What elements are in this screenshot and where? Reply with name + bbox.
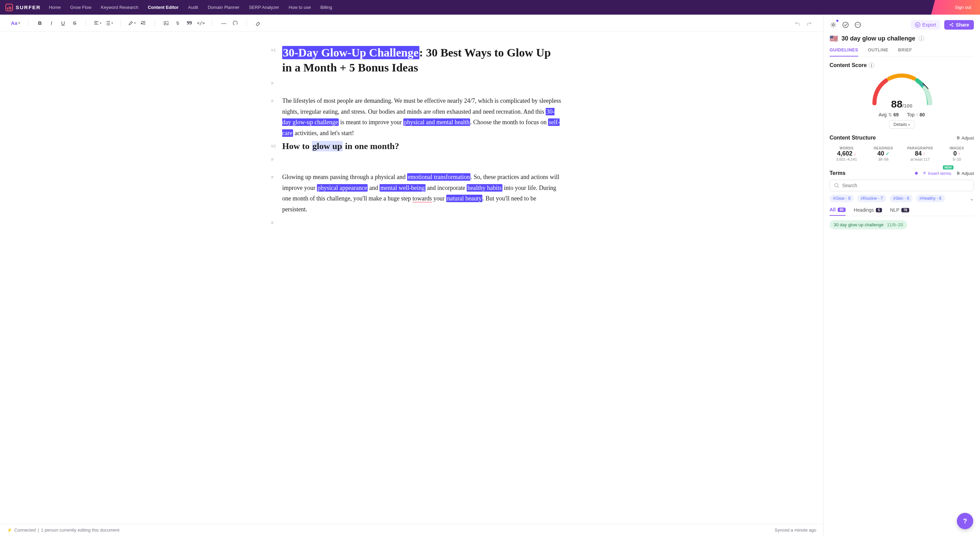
logo-icon — [5, 4, 13, 11]
indent-button[interactable] — [138, 18, 148, 28]
term-pill[interactable]: 30 day glow up challenge11/9–20 — [830, 220, 907, 229]
link-button[interactable] — [173, 18, 183, 28]
search-icon — [834, 183, 839, 188]
score-gauge: 88/100 Avg ⇅ 69 Top ↑ 80 Details ▾ — [830, 71, 974, 129]
adjust-terms-button[interactable]: Adjust — [956, 171, 974, 176]
clear-format-button[interactable] — [230, 18, 240, 28]
hash-pill[interactable]: #Routine - 7 — [857, 195, 886, 202]
content-structure-header: Content Structure Adjust — [830, 135, 974, 141]
info-icon[interactable]: i — [869, 63, 874, 68]
signout-button[interactable]: Sign out — [951, 3, 975, 12]
check-circle-icon[interactable] — [842, 21, 849, 29]
info-icon[interactable]: i — [919, 36, 924, 41]
tab-guidelines[interactable]: GUIDELINES — [830, 47, 858, 57]
share-button[interactable]: Share — [944, 20, 974, 30]
adjust-structure-button[interactable]: Adjust — [956, 135, 974, 140]
text-style-dropdown[interactable]: Aa▾ — [9, 20, 22, 26]
logo[interactable]: SURFER — [5, 4, 41, 11]
quote-button[interactable]: 99 — [184, 18, 194, 28]
svg-point-5 — [856, 24, 857, 25]
top-nav: SURFER Home Grow Flow Keyword Research C… — [0, 0, 980, 14]
paragraph-block[interactable]: p — [282, 218, 561, 226]
term-pill-row: 30 day glow up challenge11/9–20 — [830, 220, 974, 229]
nav-audit[interactable]: Audit — [188, 5, 199, 10]
svg-point-2 — [832, 24, 834, 26]
details-button[interactable]: Details ▾ — [889, 120, 914, 129]
tab-brief[interactable]: BRIEF — [898, 47, 912, 57]
paragraph-block[interactable]: p — [282, 78, 561, 86]
align-button[interactable]: ▾ — [92, 18, 102, 28]
export-button[interactable]: Export — [911, 20, 940, 30]
heading-2-block[interactable]: h2 How to glow up in one month? — [282, 141, 561, 151]
nav-keyword-research[interactable]: Keyword Research — [101, 5, 138, 10]
formatting-toolbar: Aa▾ B I U S ▾ ▾ — [0, 14, 823, 32]
synced-label: Synced a minute ago — [775, 528, 816, 533]
editor-pane: Aa▾ B I U S ▾ ▾ — [0, 14, 823, 536]
connected-label: Connected — [14, 528, 36, 533]
nav-billing[interactable]: Billing — [320, 5, 332, 10]
block-tag: h1 — [271, 48, 276, 52]
hash-pill[interactable]: #Skin - 6 — [890, 195, 913, 202]
sparkle-icon — [923, 171, 927, 175]
highlight-button[interactable]: ▾ — [127, 18, 137, 28]
svg-point-6 — [858, 24, 858, 25]
help-button[interactable]: ? — [957, 513, 973, 529]
undo-button[interactable] — [792, 18, 803, 28]
eraser-button[interactable] — [253, 18, 263, 28]
main: Aa▾ B I U S ▾ ▾ — [0, 14, 980, 536]
svg-point-11 — [952, 25, 953, 27]
code-button[interactable]: </> — [196, 18, 206, 28]
content-score-title: Content Score i — [830, 62, 974, 68]
structure-grid: WORDS 4,602↓ 3,601–4,141 HEADINGS 40✓ 38… — [830, 144, 974, 163]
settings-icon[interactable] — [830, 21, 837, 29]
brand-text: SURFER — [16, 5, 41, 10]
paragraph-block[interactable]: p Glowing up means passing through a phy… — [282, 172, 561, 215]
nav-grow-flow[interactable]: Grow Flow — [70, 5, 91, 10]
paragraph-block[interactable]: p — [282, 154, 561, 162]
redo-button[interactable] — [804, 18, 814, 28]
block-tag: p — [271, 157, 274, 161]
side-pane: Export Share 🇺🇸 30 day glow up challenge… — [823, 14, 980, 536]
structure-words: WORDS 4,602↓ 3,601–4,141 — [830, 144, 864, 163]
svg-rect-0 — [164, 21, 168, 25]
tab-outline[interactable]: OUTLINE — [868, 47, 888, 57]
status-bar: ⚡ Connected | 1 person currently editing… — [0, 524, 823, 536]
nav-domain-planner[interactable]: Domain Planner — [208, 5, 239, 10]
nav-serp-analyzer[interactable]: SERP Analyzer — [249, 5, 279, 10]
chevron-down-icon[interactable]: ⌄ — [969, 196, 974, 202]
more-icon[interactable] — [854, 21, 862, 29]
italic-button[interactable]: I — [46, 18, 57, 28]
term-tab-all[interactable]: All80 — [830, 207, 846, 216]
underline-button[interactable]: U — [58, 18, 68, 28]
hash-pill[interactable]: #Healthy - 6 — [916, 195, 945, 202]
wordpress-icon — [915, 22, 920, 27]
terms-search-input[interactable] — [842, 183, 969, 188]
svg-point-3 — [843, 22, 848, 27]
structure-paragraphs: PARAGRAPHS 84↑ at least 117 — [903, 144, 937, 163]
nav-home[interactable]: Home — [49, 5, 61, 10]
document-scroll[interactable]: h1 30-Day Glow-Up Challenge: 30 Best Way… — [0, 32, 823, 524]
terms-search-box[interactable] — [830, 180, 974, 191]
query-row: 🇺🇸 30 day glow up challenge i — [830, 34, 974, 43]
query-text: 30 day glow up challenge — [842, 35, 915, 42]
list-button[interactable]: ▾ — [104, 18, 114, 28]
term-tab-headings[interactable]: Headings5 — [854, 207, 882, 216]
insert-terms-button[interactable]: NEW Insert terms — [923, 171, 951, 176]
svg-point-10 — [952, 23, 953, 24]
nav-content-editor[interactable]: Content Editor — [148, 5, 178, 10]
nav-right: Sign out — [951, 3, 975, 12]
image-button[interactable] — [161, 18, 171, 28]
block-tag: h2 — [271, 144, 276, 148]
paragraph-block[interactable]: p The lifestyles of most people are dema… — [282, 95, 561, 138]
block-tag: p — [271, 220, 274, 224]
svg-point-8 — [915, 22, 920, 27]
document[interactable]: h1 30-Day Glow-Up Challenge: 30 Best Way… — [255, 32, 568, 242]
hr-button[interactable]: — — [218, 18, 229, 28]
heading-1-block[interactable]: h1 30-Day Glow-Up Challenge: 30 Best Way… — [282, 45, 561, 75]
hash-pill[interactable]: #Glow - 9 — [830, 195, 854, 202]
nav-how-to-use[interactable]: How to use — [289, 5, 311, 10]
term-tab-nlp[interactable]: NLP78 — [890, 207, 909, 216]
nav-items: Home Grow Flow Keyword Research Content … — [49, 5, 332, 10]
strikethrough-button[interactable]: S — [70, 18, 80, 28]
bold-button[interactable]: B — [35, 18, 45, 28]
